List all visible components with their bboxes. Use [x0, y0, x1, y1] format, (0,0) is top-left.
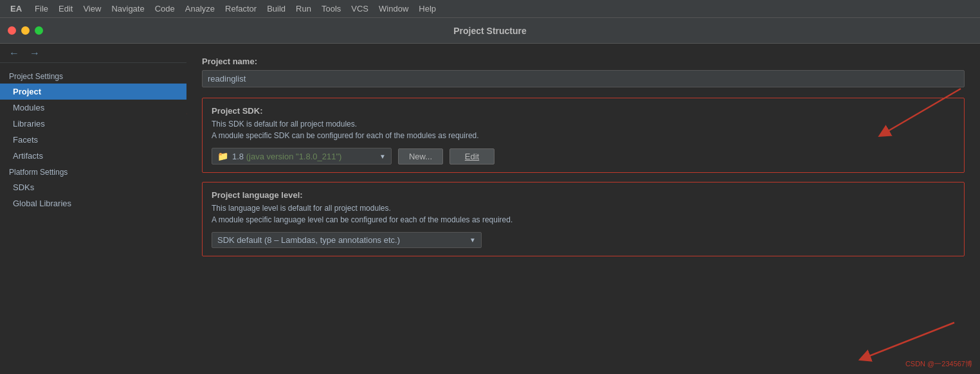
sdk-row: 📁 1.8 (java version "1.8.0_211") ▼ New..… [212, 148, 955, 165]
sdk-dropdown[interactable]: 📁 1.8 (java version "1.8.0_211") ▼ [212, 148, 392, 165]
sidebar-item-sdks[interactable]: SDKs [0, 179, 186, 195]
new-sdk-button[interactable]: New... [398, 148, 443, 165]
sidebar-item-libraries[interactable]: Libraries [0, 116, 186, 132]
sidebar-item-facets[interactable]: Facets [0, 132, 186, 148]
menu-build[interactable]: Build [262, 3, 291, 15]
main-content: Project name: Project SDK: This SDK is d… [186, 44, 980, 374]
language-level-dropdown[interactable]: SDK default (8 – Lambdas, type annotatio… [212, 232, 482, 248]
language-section: Project language level: This language le… [202, 182, 965, 256]
menu-tools[interactable]: Tools [316, 3, 346, 15]
project-settings-label: Project Settings [0, 68, 186, 84]
maximize-button[interactable] [35, 26, 43, 35]
forward-arrow[interactable]: → [27, 46, 42, 60]
sidebar-item-artifacts[interactable]: Artifacts [0, 148, 186, 164]
menu-run[interactable]: Run [291, 3, 316, 15]
folder-icon: 📁 [217, 151, 228, 161]
sdk-section-title: Project SDK: [212, 106, 955, 116]
sidebar: Project Settings Project Modules Librari… [0, 63, 186, 211]
dialog-title: Project Structure [453, 26, 527, 36]
language-dropdown-arrow-icon: ▼ [469, 236, 476, 244]
watermark: CSDN @一234567博 [905, 359, 972, 369]
close-button[interactable] [8, 26, 16, 35]
menu-file[interactable]: File [30, 3, 53, 15]
dropdown-arrow-icon: ▼ [379, 153, 386, 160]
project-name-label: Project name: [202, 57, 965, 66]
minimize-button[interactable] [21, 26, 30, 35]
nav-arrows: ← → [0, 44, 186, 63]
app-name: EA [5, 3, 27, 15]
menu-vcs[interactable]: VCS [346, 3, 374, 15]
menu-window[interactable]: Window [374, 3, 413, 15]
menu-code[interactable]: Code [150, 3, 180, 15]
menu-help[interactable]: Help [413, 3, 441, 15]
language-desc: This language level is default for all p… [212, 202, 955, 226]
menubar: EA File Edit View Navigate Code Analyze … [0, 0, 980, 18]
language-level-text: SDK default (8 – Lambdas, type annotatio… [217, 235, 466, 245]
platform-settings-label: Platform Settings [0, 164, 186, 179]
menu-refactor[interactable]: Refactor [220, 3, 262, 15]
sidebar-item-project[interactable]: Project [0, 84, 186, 100]
edit-sdk-button[interactable]: Edit [449, 148, 495, 165]
language-level-row: SDK default (8 – Lambdas, type annotatio… [212, 232, 955, 248]
menu-view[interactable]: View [78, 3, 106, 15]
sdk-section: Project SDK: This SDK is default for all… [202, 98, 965, 173]
titlebar: Project Structure [0, 18, 980, 44]
svg-line-1 [864, 323, 954, 358]
sidebar-item-modules[interactable]: Modules [0, 100, 186, 116]
menu-analyze[interactable]: Analyze [180, 3, 220, 15]
menu-navigate[interactable]: Navigate [106, 3, 149, 15]
back-arrow[interactable]: ← [6, 46, 22, 60]
project-name-input[interactable] [202, 70, 965, 87]
sidebar-item-global-libraries[interactable]: Global Libraries [0, 195, 186, 211]
window-controls [8, 26, 43, 35]
sdk-desc: This SDK is default for all project modu… [212, 118, 955, 141]
sdk-dropdown-text: 1.8 (java version "1.8.0_211") [232, 152, 376, 161]
menu-edit[interactable]: Edit [53, 3, 78, 15]
language-section-title: Project language level: [212, 190, 955, 200]
